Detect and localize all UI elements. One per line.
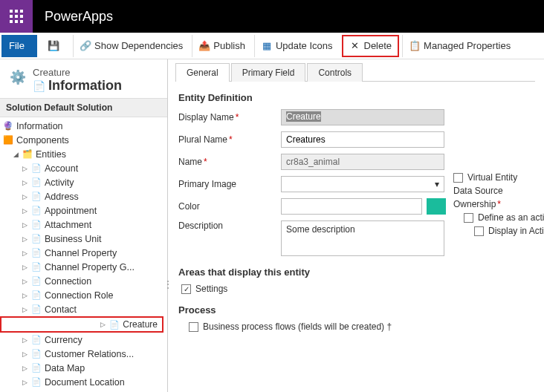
chk-area-settings[interactable] [181, 284, 191, 294]
chk-define-activity[interactable] [464, 213, 473, 223]
entity-label: Currency [45, 335, 82, 345]
tree-entity-businessunit[interactable]: ▷📄Business Unit [0, 232, 167, 246]
file-button[interactable]: File [1, 35, 37, 57]
dependencies-label: Show Dependencies [94, 40, 183, 51]
entity-label: Document Location [45, 377, 125, 388]
select-primary-image[interactable]: ▾ [281, 176, 444, 192]
components-icon: 🟧 [3, 135, 13, 146]
tab-general[interactable]: General [175, 63, 230, 82]
tree-entity-activity[interactable]: ▷📄Activity [0, 175, 167, 189]
tree-entity-attachment[interactable]: ▷📄Attachment [0, 218, 167, 232]
tab-controls[interactable]: Controls [307, 63, 363, 82]
chevron-right-icon: ▷ [22, 264, 30, 271]
tree-entity-address[interactable]: ▷📄Address [0, 189, 167, 203]
entity-label: Appointment [45, 206, 97, 216]
delete-label: Delete [364, 40, 392, 51]
tree-components[interactable]: 🟧 Components [0, 133, 167, 147]
input-plural-name[interactable] [281, 131, 444, 148]
svg-rect-4 [15, 15, 18, 18]
entity-label: Attachment [45, 220, 91, 230]
svg-rect-6 [10, 20, 13, 23]
entity-label: Connection [45, 276, 91, 287]
input-display-name[interactable]: Creature [281, 109, 444, 125]
svg-rect-5 [20, 15, 23, 18]
tree-entity-appointment[interactable]: ▷📄Appointment [0, 203, 167, 218]
page-title: Information [48, 78, 122, 94]
page-header: ⚙️ Creature 📄 Information [0, 59, 167, 98]
label-plural-name: Plural Name [178, 134, 281, 145]
tree-entity-datamap[interactable]: ▷📄Data Map [0, 361, 167, 375]
solution-header: Solution Default Solution [0, 98, 167, 117]
tree-entity-contact[interactable]: ▷📄Contact [0, 302, 167, 316]
chevron-right-icon: ▷ [22, 306, 30, 313]
section-entity-definition: Entity Definition [178, 92, 544, 103]
entity-icon: 📄 [31, 363, 42, 373]
dependencies-icon: 🔗 [80, 40, 91, 52]
entity-icon: 📄 [31, 163, 42, 174]
input-description[interactable]: Some description [281, 220, 444, 256]
app-header: PowerApps [0, 0, 544, 33]
entity-icon: 📄 [31, 192, 42, 202]
chevron-right-icon: ▷ [22, 292, 30, 299]
left-pane: ⚙️ Creature 📄 Information Solution Defau… [0, 59, 168, 392]
entity-label: Connection Role [45, 290, 113, 301]
waffle-icon [10, 10, 23, 23]
chevron-down-icon: ◢ [13, 151, 21, 158]
tab-strip: General Primary Field Controls [175, 62, 535, 82]
chk-display-activities[interactable] [474, 226, 484, 236]
chevron-right-icon: ▷ [22, 235, 30, 243]
chk-virtual-entity[interactable] [453, 173, 463, 183]
chevron-right-icon: ▷ [22, 336, 30, 344]
entity-label: Contact [45, 304, 77, 315]
chevron-right-icon: ▷ [22, 179, 30, 186]
chevron-right-icon: ▷ [100, 321, 108, 328]
chevron-right-icon: ▷ [22, 379, 30, 386]
tree-entity-connectionrole[interactable]: ▷📄Connection Role [0, 288, 167, 302]
save-button[interactable]: 💾 [40, 35, 70, 57]
tab-primary-field[interactable]: Primary Field [231, 63, 306, 82]
chevron-right-icon: ▷ [22, 221, 30, 229]
tree-entity-customerrelations[interactable]: ▷📄Customer Relations... [0, 347, 167, 361]
managed-properties-button[interactable]: 📋 Managed Properties [402, 35, 517, 57]
entity-label: Data Map [45, 363, 85, 373]
input-color[interactable] [281, 198, 422, 215]
page-title-row: 📄 Information [33, 78, 122, 94]
entity-label: Address [45, 192, 79, 202]
color-swatch[interactable] [427, 198, 446, 215]
svg-rect-0 [10, 10, 13, 13]
svg-rect-3 [10, 15, 13, 18]
update-icons-button[interactable]: ▦ Update Icons [254, 35, 339, 57]
tree-entity-creature[interactable]: ▷📄Creature [0, 316, 163, 333]
svg-rect-8 [20, 20, 23, 23]
tree-entity-documentlocation[interactable]: ▷📄Document Location [0, 375, 167, 389]
entity-icon: 📄 [109, 319, 120, 330]
label-ownership: Ownership [453, 199, 501, 209]
tree-information[interactable]: 🔮 Information [0, 119, 167, 133]
tree-entity-currency[interactable]: ▷📄Currency [0, 333, 167, 347]
show-dependencies-button[interactable]: 🔗 Show Dependencies [73, 35, 189, 57]
label-data-source: Data Source [453, 186, 503, 196]
tree-entity-channelproperty[interactable]: ▷📄Channel Property [0, 246, 167, 260]
tree-entity-account[interactable]: ▷📄Account [0, 161, 167, 175]
chevron-down-icon: ▾ [435, 179, 439, 189]
label-primary-image: Primary Image [178, 179, 281, 189]
publish-button[interactable]: 📤 Publish [192, 35, 251, 57]
entity-label: Channel Property [45, 248, 117, 258]
splitter-handle[interactable]: ⋮ [163, 278, 173, 290]
entity-icon: 📄 [31, 177, 42, 188]
entities-icon: 🗂️ [22, 149, 33, 160]
tree-entity-channelpropertyg[interactable]: ▷📄Channel Property G... [0, 260, 167, 274]
waffle-menu[interactable] [0, 0, 33, 33]
app-title: PowerApps [45, 9, 113, 24]
entity-label: Customer Relations... [45, 349, 134, 359]
label-color: Color [178, 201, 281, 212]
chk-bpf[interactable] [189, 322, 198, 332]
delete-icon: ✕ [349, 40, 361, 52]
tree-entity-connection[interactable]: ▷📄Connection [0, 274, 167, 288]
tree-entities[interactable]: ◢ 🗂️ Entities [0, 147, 167, 161]
managed-icon: 📋 [409, 40, 421, 52]
command-bar: File 💾 🔗 Show Dependencies 📤 Publish ▦ U… [0, 33, 544, 59]
entity-icon: 📄 [31, 220, 42, 230]
entity-icon: 📄 [31, 377, 42, 388]
delete-button[interactable]: ✕ Delete [342, 35, 400, 57]
